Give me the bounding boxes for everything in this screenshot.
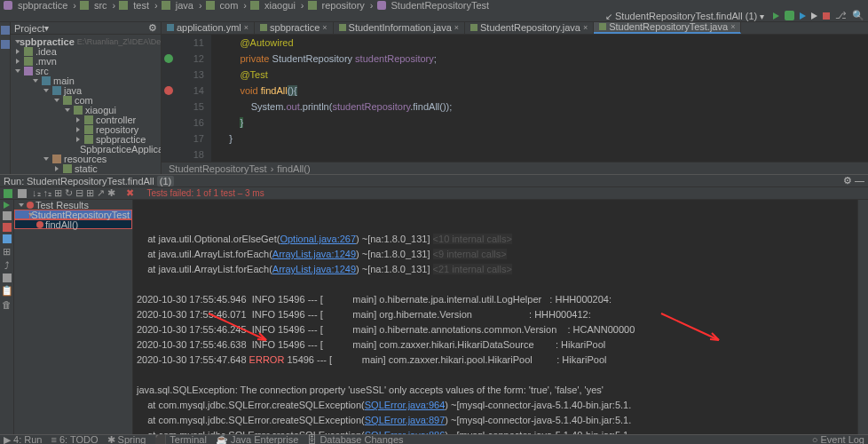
root-path: E:\Ruanlian_Z\IDEA\DeMa\SpringB [77, 37, 161, 46]
console-output[interactable]: at java.util.Optional.orElseGet(Optional… [133, 200, 857, 440]
top-toolbar: ↙ StudentRepositoryTest.findAll (1) ▾ ⎇ … [0, 10, 868, 22]
editor-tab[interactable]: StudentInformation.java× [334, 22, 465, 34]
bc-item[interactable]: src [92, 0, 109, 11]
line-numbers: 1112131415161718 [176, 35, 211, 162]
run-left-bar: ⊞ ⤴ 📋 🗑 [0, 200, 14, 440]
project-tool-icon[interactable] [1, 26, 10, 35]
bottom-tab[interactable]: ✱ Spring [107, 434, 146, 445]
bc-item[interactable]: repository [320, 0, 367, 11]
filter-icon[interactable] [3, 274, 12, 282]
rerun-icon[interactable] [4, 202, 10, 209]
tree-item[interactable]: SpbpracticeApplication [11, 144, 161, 154]
gear-icon[interactable]: ⚙ [148, 22, 157, 34]
toggle-icon[interactable] [3, 211, 12, 220]
test-tree-item[interactable]: Test Results [14, 200, 132, 210]
bc-item[interactable]: StudentRepositoryTest [390, 0, 492, 11]
code-text[interactable]: @Autowired private StudentRepository stu… [211, 35, 868, 162]
editor-tab[interactable]: spbpractice× [255, 22, 334, 34]
tree-item[interactable]: spbpractice [11, 134, 161, 144]
bottom-tab[interactable]: ▶ 4: Run [4, 434, 42, 445]
editor-tabs[interactable]: application.yml×spbpractice×StudentInfor… [162, 22, 868, 35]
run-config-select[interactable]: ↙ StudentRepositoryTest.findAll (1) ▾ [602, 11, 768, 21]
test-tree[interactable]: Test ResultsStudentRepositoryTestfindAll… [14, 200, 133, 440]
bottom-tab[interactable]: ⬛ Terminal [154, 434, 206, 445]
sort-icon[interactable] [18, 189, 27, 198]
editor-tab[interactable]: StudentRepository.java× [465, 22, 594, 34]
pin-icon[interactable] [3, 234, 12, 243]
project-header[interactable]: Project ▾ ⚙ [11, 22, 161, 35]
bc-item[interactable]: spbpractice [16, 0, 69, 11]
stop-icon[interactable] [823, 12, 830, 20]
profile-icon[interactable] [811, 12, 817, 20]
left-gutter-bar [0, 22, 11, 174]
run-icon[interactable] [773, 12, 779, 20]
coverage-icon[interactable] [800, 12, 806, 20]
tree-item[interactable]: resources [11, 154, 161, 163]
git-icon[interactable]: ⎇ [835, 10, 847, 21]
test-tree-item[interactable]: findAll() [14, 219, 132, 229]
project-header-label: Project [14, 23, 44, 34]
bottom-tab[interactable]: ☕ Java Enterprise [216, 434, 298, 445]
tree-item[interactable]: src [11, 66, 161, 75]
editor: application.yml×spbpractice×StudentInfor… [162, 22, 868, 174]
test-fail-label: Tests failed: 1 of 1 test – 3 ms [146, 188, 264, 198]
bc-method[interactable]: findAll() [277, 163, 310, 174]
code-area[interactable]: 1112131415161718 @Autowired private Stud… [162, 35, 868, 162]
tree-item[interactable]: repository [11, 124, 161, 134]
run-panel-header[interactable]: Run: StudentRepositoryTest.findAll (1) ⚙… [0, 175, 868, 187]
project-icon [4, 1, 12, 10]
folder-icon [250, 1, 259, 10]
breadcrumb[interactable]: spbpractice› src› test› java› com› xiaog… [4, 0, 491, 11]
bottom-tab[interactable]: ○ Event Log [812, 434, 864, 444]
editor-breadcrumb[interactable]: StudentRepositoryTest› findAll() [162, 162, 868, 174]
gear-icon[interactable]: ⚙ — [843, 175, 864, 186]
ok-icon[interactable] [4, 189, 12, 198]
run-label: Run: [4, 176, 24, 186]
tree-item[interactable]: xiaogui [11, 105, 161, 115]
bc-item[interactable]: java [174, 0, 195, 11]
project-tree[interactable]: spbpractice E:\Ruanlian_Z\IDEA\DeMa\Spri… [11, 35, 161, 174]
class-icon [377, 1, 386, 10]
editor-tab[interactable]: application.yml× [162, 22, 255, 34]
title-breadcrumb: spbpractice› src› test› java› com› xiaog… [0, 0, 868, 10]
folder-icon [206, 1, 215, 10]
tree-item[interactable]: java [11, 85, 161, 95]
bc-class[interactable]: StudentRepositoryTest [169, 163, 267, 174]
bottom-bar[interactable]: ▶ 4: Run≡ 6: TODO✱ Spring⬛ Terminal☕ Jav… [0, 434, 868, 444]
folder-icon [162, 1, 170, 10]
debug-icon[interactable] [785, 11, 794, 20]
bottom-tab[interactable]: ≡ 6: TODO [51, 434, 98, 445]
bottom-tab[interactable]: 🗄 Database Changes [307, 434, 403, 445]
structure-tool-icon[interactable] [1, 40, 10, 49]
tree-item[interactable]: com [11, 95, 161, 105]
bc-item[interactable]: test [131, 0, 151, 11]
editor-tab[interactable]: StudentRepositoryTest.java× [594, 22, 741, 34]
test-tree-item[interactable]: StudentRepositoryTest [14, 210, 132, 219]
console-scrollbar[interactable] [857, 200, 868, 440]
gutter-icons[interactable] [162, 35, 176, 162]
stop-icon[interactable] [3, 223, 12, 232]
tree-item[interactable]: .idea [11, 46, 161, 56]
run-title: StudentRepositoryTest.findAll [27, 176, 154, 186]
bc-item[interactable]: com [218, 0, 241, 11]
tree-item[interactable]: controller [11, 115, 161, 124]
tree-item[interactable]: main [11, 75, 161, 85]
folder-icon [308, 1, 317, 10]
run-panel: Run: StudentRepositoryTest.findAll (1) ⚙… [0, 174, 868, 440]
folder-icon [80, 1, 89, 10]
run-toolbar[interactable]: ↓₂ ↑₂ ⊞ ↻ ⊟ ⊞ ↗ ✱ ✖ Tests failed: 1 of 1… [0, 187, 868, 200]
bc-item[interactable]: xiaogui [263, 0, 297, 11]
tree-item[interactable]: static [11, 163, 161, 173]
project-sidebar: Project ▾ ⚙ spbpractice E:\Ruanlian_Z\ID… [11, 22, 162, 174]
folder-icon [119, 1, 128, 10]
tree-item[interactable]: .mvn [11, 56, 161, 66]
run-count: (1) [157, 176, 174, 186]
tree-root[interactable]: spbpractice E:\Ruanlian_Z\IDEA\DeMa\Spri… [11, 36, 161, 46]
search-icon[interactable]: 🔍 [852, 10, 864, 21]
